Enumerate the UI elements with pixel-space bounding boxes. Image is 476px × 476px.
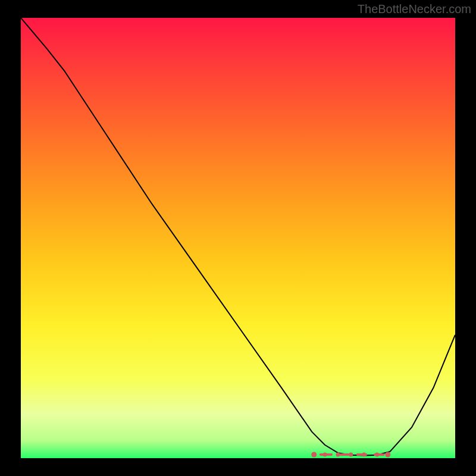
chart-container: TheBottleNecker.com [0, 0, 476, 476]
bottleneck-chart [21, 18, 455, 458]
marker-dot [385, 452, 390, 458]
gradient-background [21, 18, 455, 458]
watermark-text: TheBottleNecker.com [358, 2, 471, 16]
marker-dot [311, 452, 317, 458]
